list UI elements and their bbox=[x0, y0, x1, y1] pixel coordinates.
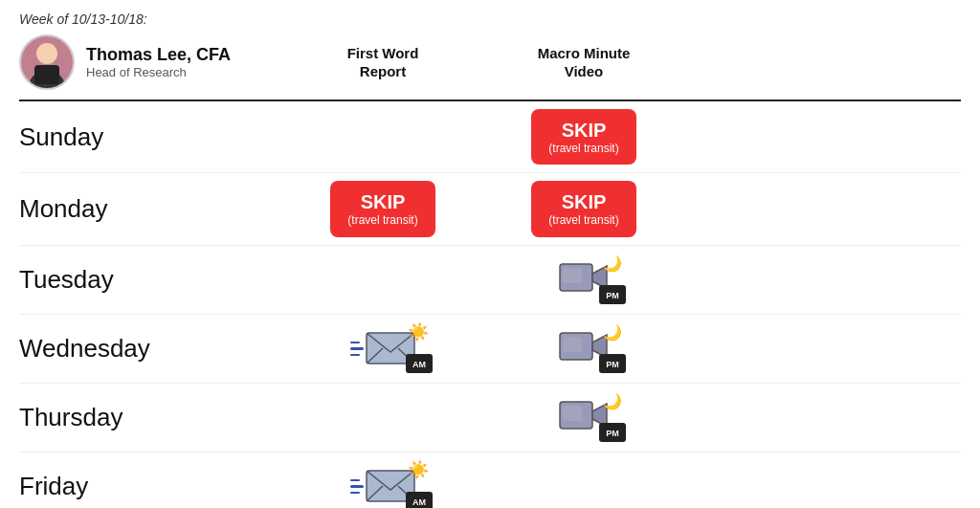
schedule-table: Sunday SKIP (travel transit) Monday SKIP… bbox=[19, 101, 961, 508]
moon-icon: 🌙 bbox=[603, 254, 622, 273]
tuesday-macro: 🌙 PM bbox=[479, 253, 689, 306]
friday-macro bbox=[479, 478, 689, 494]
wednesday-macro: 🌙 PM bbox=[479, 321, 689, 375]
col-header-macro-minute: Macro MinuteVideo bbox=[479, 44, 689, 81]
table-row: Thursday 🌙 PM bbox=[19, 384, 961, 453]
svg-rect-16 bbox=[563, 337, 582, 352]
video-pm-icon: 🌙 PM bbox=[559, 329, 609, 367]
speed-lines bbox=[350, 342, 364, 357]
table-row: Tuesday 🌙 PM bbox=[19, 246, 961, 315]
header-row: Thomas Lee, CFA Head of Research First W… bbox=[19, 34, 961, 101]
svg-text:PM: PM bbox=[606, 360, 619, 369]
svg-point-1 bbox=[36, 43, 57, 64]
skip-sub: (travel transit) bbox=[548, 142, 618, 155]
col-header-first-word: First WordReport bbox=[287, 44, 479, 81]
thursday-first-word bbox=[287, 409, 479, 425]
monday-first-word: SKIP (travel transit) bbox=[287, 173, 479, 244]
video-pm-icon: 🌙 PM bbox=[559, 260, 609, 298]
day-wednesday: Wednesday bbox=[19, 324, 287, 373]
skip-text: SKIP bbox=[548, 119, 618, 142]
sun-icon: ☀️ bbox=[408, 321, 429, 342]
svg-rect-21 bbox=[563, 406, 582, 421]
skip-text: SKIP bbox=[347, 190, 417, 213]
friday-first-word: ☀️ AM bbox=[287, 459, 479, 508]
day-monday: Monday bbox=[19, 185, 287, 233]
skip-badge[interactable]: SKIP (travel transit) bbox=[531, 109, 635, 165]
table-row: Friday ☀️ AM bbox=[19, 453, 961, 508]
moon-icon: 🌙 bbox=[603, 392, 622, 410]
speed-lines bbox=[350, 479, 364, 495]
skip-badge[interactable]: SKIP (travel transit) bbox=[531, 181, 635, 236]
skip-text: SKIP bbox=[548, 190, 618, 213]
speed-line bbox=[350, 479, 360, 482]
svg-text:PM: PM bbox=[606, 429, 619, 438]
avatar bbox=[19, 34, 75, 90]
person-info: Thomas Lee, CFA Head of Research bbox=[86, 45, 231, 79]
speed-line bbox=[350, 342, 360, 344]
day-tuesday: Tuesday bbox=[19, 255, 287, 304]
avatar-area: Thomas Lee, CFA Head of Research bbox=[19, 34, 287, 90]
sun-icon: ☀️ bbox=[408, 459, 429, 480]
email-am-icon: ☀️ AM bbox=[350, 467, 415, 505]
svg-rect-6 bbox=[563, 268, 582, 283]
person-title: Head of Research bbox=[86, 65, 231, 79]
day-thursday: Thursday bbox=[19, 393, 287, 442]
person-name: Thomas Lee, CFA bbox=[86, 45, 231, 65]
week-label: Week of 10/13-10/18: bbox=[19, 11, 961, 27]
speed-line bbox=[350, 485, 364, 488]
skip-badge[interactable]: SKIP (travel transit) bbox=[330, 181, 434, 236]
table-row: Sunday SKIP (travel transit) bbox=[19, 101, 961, 173]
svg-rect-3 bbox=[34, 65, 59, 84]
email-am-icon: ☀️ AM bbox=[350, 329, 415, 367]
day-sunday: Sunday bbox=[19, 113, 287, 162]
svg-text:AM: AM bbox=[412, 497, 426, 507]
moon-icon: 🌙 bbox=[603, 323, 622, 342]
video-pm-icon: 🌙 PM bbox=[559, 398, 609, 436]
monday-macro: SKIP (travel transit) bbox=[479, 173, 689, 244]
skip-sub: (travel transit) bbox=[347, 213, 417, 227]
tuesday-first-word bbox=[287, 272, 479, 287]
table-row: Wednesday ☀️ AM bbox=[19, 315, 961, 384]
table-row: Monday SKIP (travel transit) SKIP (trave… bbox=[19, 173, 961, 245]
speed-line bbox=[350, 492, 360, 495]
wednesday-first-word: ☀️ AM bbox=[287, 321, 479, 375]
sunday-macro: SKIP (travel transit) bbox=[479, 101, 689, 172]
speed-line bbox=[350, 354, 360, 357]
skip-sub: (travel transit) bbox=[548, 213, 618, 227]
sunday-first-word bbox=[287, 129, 479, 144]
svg-text:PM: PM bbox=[606, 291, 619, 300]
svg-text:AM: AM bbox=[412, 360, 426, 369]
thursday-macro: 🌙 PM bbox=[479, 390, 689, 444]
speed-line bbox=[350, 347, 364, 350]
day-friday: Friday bbox=[19, 462, 287, 508]
